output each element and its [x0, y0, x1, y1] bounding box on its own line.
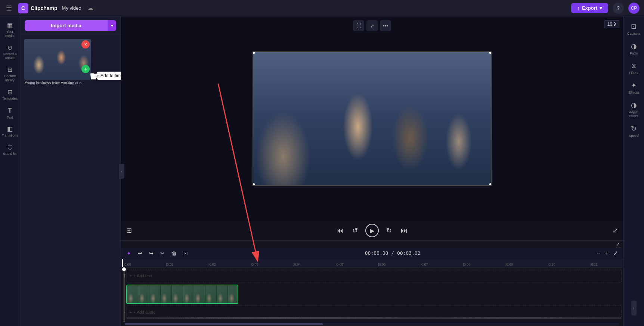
- thumbnail-people: [24, 39, 91, 80]
- help-icon: ?: [617, 5, 619, 11]
- right-panel-effects[interactable]: ✦ Effects: [624, 78, 644, 97]
- effects-icon: ✦: [631, 81, 637, 90]
- text-track: T + + Add text: [123, 269, 622, 282]
- export-button[interactable]: ↑ Export ▾: [571, 3, 608, 13]
- right-panel-adjust-colors[interactable]: ◑ Adjustcolors: [624, 98, 644, 121]
- export-icon: ↑: [577, 5, 580, 11]
- fade-icon: ◑: [631, 42, 637, 50]
- timeline-collapse-button[interactable]: ∧: [617, 241, 620, 247]
- media-grid: ✕ + Young business team working at o Add…: [20, 35, 121, 87]
- video-track[interactable]: ⏸: [126, 285, 238, 304]
- fullscreen-button[interactable]: ⤢: [611, 225, 619, 236]
- your-media-icon: ▦: [7, 22, 13, 29]
- delete-button[interactable]: 🗑: [170, 249, 179, 257]
- crop-button[interactable]: ⛶: [353, 20, 364, 31]
- sidebar-item-your-media[interactable]: ▦ Your media: [1, 19, 19, 40]
- resize-handle-tr[interactable]: [489, 51, 492, 54]
- timeline-zoom-controls: − + ⤢: [595, 249, 619, 257]
- ruler-mark-4: |0:04: [293, 263, 301, 266]
- ruler-mark-6: |0:06: [378, 263, 386, 266]
- video-controls: ⊞ ⏮ ↺ ▶ ↻ ⏭ ⤢: [121, 221, 623, 240]
- save-frame-button[interactable]: ⊡: [182, 249, 190, 257]
- add-to-timeline-tooltip: Add to timeline: [97, 72, 121, 80]
- sidebar-item-label-transitions: Transitions: [2, 134, 18, 138]
- media-card[interactable]: ✕ + Young business team working at o: [24, 39, 91, 84]
- timeline-scrollbar[interactable]: [125, 323, 619, 326]
- templates-icon: ⊟: [7, 88, 12, 95]
- media-card-thumbnail: ✕ +: [24, 39, 91, 80]
- thumbnail-inner: [24, 39, 91, 80]
- avatar: CP: [631, 6, 637, 11]
- audio-track-add-label: + Add audio: [133, 310, 155, 314]
- media-card-container: ✕ + Young business team working at o Add…: [24, 39, 91, 84]
- right-panel-filters[interactable]: ⧖ Filters: [624, 59, 644, 78]
- ruler-mark-0: |0:00: [124, 263, 131, 266]
- topbar-right: ↑ Export ▾ ? CP: [571, 3, 640, 14]
- video-canvas[interactable]: ↻: [253, 51, 492, 186]
- expand-preview-button[interactable]: ⤢: [366, 20, 378, 31]
- frame-img-9: [217, 285, 227, 303]
- expand-timeline-button[interactable]: ⤢: [612, 249, 619, 257]
- magic-tool-button[interactable]: ✦: [125, 249, 133, 257]
- right-panel-speed[interactable]: ↻ Speed: [624, 122, 644, 141]
- sidebar-item-brand-kit[interactable]: ⬡ Brand kit: [1, 141, 19, 158]
- content-library-icon: ⊞: [7, 66, 12, 73]
- frame-img-10: [228, 285, 238, 303]
- hamburger-button[interactable]: ☰: [4, 3, 13, 14]
- more-options-button[interactable]: •••: [380, 20, 391, 31]
- right-panel-collapse[interactable]: ›: [631, 301, 637, 316]
- media-card-add-button[interactable]: +: [81, 65, 90, 73]
- logo-char: C: [21, 5, 25, 11]
- resize-handle-br[interactable]: [489, 183, 492, 186]
- zoom-out-button[interactable]: −: [595, 249, 602, 257]
- cloud-icon: ☁: [87, 4, 93, 12]
- timeline: ∧ ✦ ↩ ↪ ✂ 🗑 ⊡ 00:00.00 / 00:03.02 − + ⤢: [121, 240, 623, 326]
- sidebar-item-content-library[interactable]: ⊞ Contentlibrary: [1, 64, 19, 85]
- cut-button[interactable]: ✂: [158, 249, 167, 257]
- left-sidebar: ▦ Your media ⊙ Record &create ⊞ Contentl…: [0, 16, 20, 326]
- help-button[interactable]: ?: [613, 3, 624, 14]
- redo-button[interactable]: ↪: [147, 249, 155, 257]
- fwd5-button[interactable]: ↻: [385, 225, 393, 236]
- frame-img-7: [194, 285, 205, 303]
- media-card-delete-button[interactable]: ✕: [81, 40, 90, 48]
- media-panel-collapse[interactable]: ‹: [119, 164, 124, 179]
- text-track-add-label: + Add text: [133, 273, 152, 278]
- text-track-add[interactable]: + + Add text: [127, 273, 152, 278]
- resize-handle-bl[interactable]: [253, 183, 255, 186]
- frame-img-3: [149, 285, 160, 303]
- speed-label: Speed: [629, 134, 638, 138]
- audio-track-content[interactable]: + + Add audio: [126, 305, 622, 319]
- import-media-button[interactable]: Import media: [25, 20, 108, 31]
- right-panel-fade[interactable]: ◑ Fade: [624, 39, 644, 58]
- sidebar-item-text[interactable]: T Text: [1, 104, 19, 122]
- sidebar-item-record-create[interactable]: ⊙ Record &create: [1, 42, 19, 63]
- project-title[interactable]: My video: [62, 5, 81, 11]
- back5-button[interactable]: ↺: [351, 225, 359, 236]
- next-button[interactable]: ⏭: [399, 225, 409, 236]
- timeline-toolbar: ✦ ↩ ↪ ✂ 🗑 ⊡ 00:00.00 / 00:03.02 − + ⤢: [121, 247, 623, 259]
- ruler-mark-9: |0:09: [505, 263, 513, 266]
- video-frame-6: [183, 285, 194, 303]
- fullscreen-control: ⤢: [611, 225, 619, 236]
- frame-img-6: [183, 285, 194, 303]
- import-dropdown-button[interactable]: ▾: [108, 20, 116, 31]
- sidebar-item-transitions[interactable]: ◧ Transitions: [1, 123, 19, 140]
- subtitle-button[interactable]: ⊞: [125, 225, 133, 236]
- play-button[interactable]: ▶: [365, 224, 379, 237]
- captions-icon: ⊡: [631, 22, 637, 31]
- audio-track-add[interactable]: + + Add audio: [127, 310, 155, 314]
- audio-track: ♪ + + Add audio: [123, 305, 622, 319]
- prev-button[interactable]: ⏮: [335, 225, 345, 236]
- undo-button[interactable]: ↩: [136, 249, 144, 257]
- text-icon: T: [8, 107, 12, 115]
- sidebar-item-label-record: Record &create: [3, 52, 17, 60]
- video-frame-8: [205, 285, 217, 303]
- frame-img-4: [161, 285, 171, 303]
- zoom-in-button[interactable]: +: [604, 249, 610, 257]
- sidebar-item-templates[interactable]: ⊟ Templates: [1, 86, 19, 103]
- right-panel-captions[interactable]: ⊡ Captions: [624, 19, 644, 38]
- scrollbar-thumb[interactable]: [125, 323, 323, 325]
- avatar-button[interactable]: CP: [628, 3, 640, 14]
- text-track-content[interactable]: + + Add text: [126, 269, 622, 282]
